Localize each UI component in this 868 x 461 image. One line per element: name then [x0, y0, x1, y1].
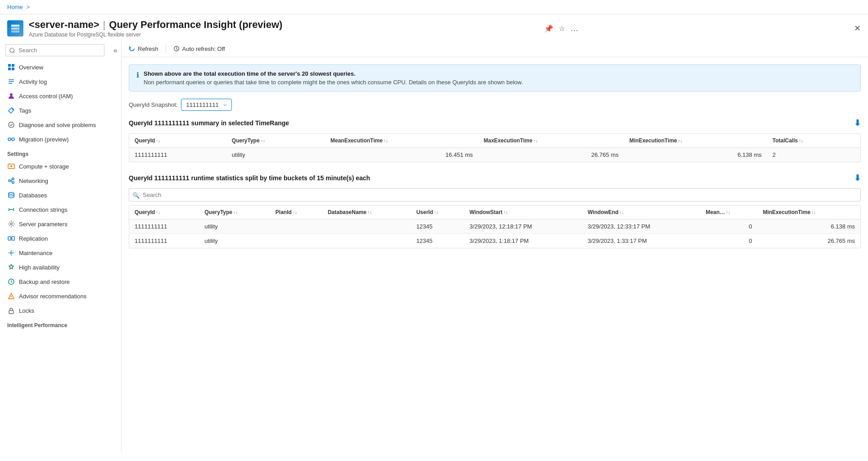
col-min-exec[interactable]: MinExecutionTime↑↓: [624, 134, 767, 148]
svg-point-4: [18, 28, 18, 29]
tags-icon: [7, 106, 15, 114]
sidebar-item-connection-strings[interactable]: Connection strings: [0, 202, 121, 217]
sidebar-item-label: Compute + storage: [19, 163, 69, 170]
svg-rect-7: [8, 68, 11, 70]
overview-icon: [7, 63, 15, 71]
close-icon[interactable]: ✕: [854, 23, 861, 33]
table-row[interactable]: 1111111111 utility 12345 3/29/2023, 12:1…: [129, 219, 860, 234]
sidebar-item-access-control[interactable]: Access control (IAM): [0, 89, 121, 103]
collapse-sidebar-button[interactable]: «: [110, 46, 121, 55]
more-icon[interactable]: …: [570, 24, 579, 33]
table-row[interactable]: 1111111111 utility 16.451 ms 26.765 ms 6…: [129, 148, 860, 162]
sidebar-item-databases[interactable]: Databases: [0, 188, 121, 202]
star-icon[interactable]: ☆: [559, 24, 565, 33]
rt-col-planid[interactable]: PlanId↑↓: [270, 205, 322, 219]
toolbar: Refresh Auto refresh: Off: [122, 41, 868, 57]
runtime-search-row: 🔍: [129, 188, 861, 201]
runtime-search-input[interactable]: [129, 188, 861, 201]
col-max-exec[interactable]: MaxExecutionTime↑↓: [478, 134, 624, 148]
col-mean-exec[interactable]: MeanExecutionTime↑↓: [325, 134, 478, 148]
runtime-section-title: QueryId 1111111111 runtime statistics sp…: [129, 173, 861, 183]
rt-cell-dbname: [322, 234, 411, 248]
sidebar-item-diagnose[interactable]: Diagnose and solve problems: [0, 118, 121, 132]
sidebar: « Overview Activity log Access control (…: [0, 41, 122, 452]
rt-col-minexec[interactable]: MinExecutionTime↑↓: [757, 205, 860, 219]
sidebar-item-label: Server parameters: [19, 221, 68, 228]
sidebar-item-label: Diagnose and solve problems: [19, 122, 96, 128]
rt-cell-windowend: 3/29/2023, 1:33:17 PM: [582, 234, 700, 248]
sidebar-item-replication[interactable]: Replication: [0, 231, 121, 246]
snapshot-row: QueryId Snapshot: 1111111111: [129, 99, 861, 111]
snapshot-dropdown[interactable]: 1111111111: [181, 99, 232, 111]
runtime-table-container: QueryId↑↓ QueryType↑↓ PlanId↑↓ DatabaseN…: [129, 205, 861, 248]
svg-rect-8: [12, 68, 14, 70]
table-row[interactable]: 1111111111 utility 12345 3/29/2023, 1:18…: [129, 234, 860, 248]
rt-col-queryid[interactable]: QueryId↑↓: [129, 205, 199, 219]
rt-cell-windowend: 3/29/2023, 12:33:17 PM: [582, 219, 700, 234]
header-title-group: <server-name> | Query Performance Insigh…: [29, 19, 539, 38]
settings-section-label: Settings: [0, 146, 121, 159]
sidebar-item-label: Migration (preview): [19, 136, 69, 143]
rt-cell-userid: 12345: [411, 219, 464, 234]
sidebar-item-server-parameters[interactable]: Server parameters: [0, 217, 121, 231]
sidebar-item-label: Databases: [19, 192, 47, 199]
databases-icon: [7, 191, 15, 199]
sidebar-item-advisor[interactable]: Advisor recommendations: [0, 289, 121, 303]
svg-rect-5: [8, 64, 11, 67]
refresh-button[interactable]: Refresh: [129, 46, 158, 52]
rt-cell-windowstart: 3/29/2023, 12:18:17 PM: [464, 219, 582, 234]
svg-rect-21: [8, 237, 11, 240]
svg-rect-22: [12, 237, 14, 240]
sidebar-item-migration[interactable]: Migration (preview): [0, 132, 121, 146]
rt-cell-minexec: 26.765 ms: [757, 234, 860, 248]
rt-cell-planid: [270, 219, 322, 234]
col-queryid[interactable]: QueryId↑↓: [129, 134, 226, 148]
svg-point-9: [10, 93, 13, 96]
cell-queryid: 1111111111: [129, 148, 226, 162]
rt-col-querytype[interactable]: QueryType↑↓: [199, 205, 270, 219]
sidebar-item-locks[interactable]: Locks: [0, 303, 121, 318]
rt-col-mean[interactable]: Mean…↑↓: [701, 205, 758, 219]
svg-point-12: [8, 138, 11, 141]
sidebar-item-label: Tags: [19, 107, 31, 114]
toolbar-separator: [166, 44, 166, 53]
rt-col-userid[interactable]: UserId↑↓: [411, 205, 464, 219]
svg-rect-17: [12, 178, 14, 180]
replication-icon: [7, 234, 15, 242]
pin-icon[interactable]: 📌: [544, 24, 553, 33]
svg-point-10: [12, 109, 13, 110]
summary-download-icon[interactable]: ⬇: [854, 118, 861, 128]
cell-querytype: utility: [226, 148, 325, 162]
sidebar-item-high-availability[interactable]: High availability: [0, 260, 121, 274]
sidebar-item-label: Advisor recommendations: [19, 293, 86, 300]
sidebar-item-activity-log[interactable]: Activity log: [0, 74, 121, 89]
advisor-icon: [7, 292, 15, 300]
sidebar-item-label: High availability: [19, 264, 59, 271]
sidebar-item-maintenance[interactable]: Maintenance: [0, 246, 121, 260]
svg-rect-18: [12, 182, 14, 183]
home-breadcrumb[interactable]: Home: [7, 4, 23, 10]
main-layout: « Overview Activity log Access control (…: [0, 41, 868, 452]
auto-refresh-button[interactable]: Auto refresh: Off: [173, 46, 225, 52]
refresh-icon: [129, 46, 135, 52]
rt-col-windowstart[interactable]: WindowStart↑↓: [464, 205, 582, 219]
sidebar-item-compute-storage[interactable]: Compute + storage: [0, 159, 121, 173]
runtime-download-icon[interactable]: ⬇: [854, 173, 861, 183]
svg-rect-16: [9, 180, 10, 182]
cell-max-exec: 26.765 ms: [478, 148, 624, 162]
sidebar-item-backup-restore[interactable]: Backup and restore: [0, 274, 121, 289]
col-total-calls[interactable]: TotalCalls↑↓: [767, 134, 860, 148]
info-text: Shown above are the total execution time…: [144, 70, 523, 86]
sidebar-item-overview[interactable]: Overview: [0, 60, 121, 74]
search-input[interactable]: [5, 44, 104, 56]
rt-col-windowend[interactable]: WindowEnd↑↓: [582, 205, 700, 219]
col-querytype[interactable]: QueryType↑↓: [226, 134, 325, 148]
page-title: Query Performance Insight (preview): [109, 19, 282, 31]
sidebar-item-tags[interactable]: Tags: [0, 103, 121, 118]
sidebar-item-label: Access control (IAM): [19, 93, 73, 100]
rt-col-dbname[interactable]: DatabaseName↑↓: [322, 205, 411, 219]
sidebar-item-networking[interactable]: Networking: [0, 173, 121, 188]
rt-cell-windowstart: 3/29/2023, 1:18:17 PM: [464, 234, 582, 248]
sidebar-item-label: Locks: [19, 307, 34, 314]
sidebar-item-label: Replication: [19, 235, 48, 242]
